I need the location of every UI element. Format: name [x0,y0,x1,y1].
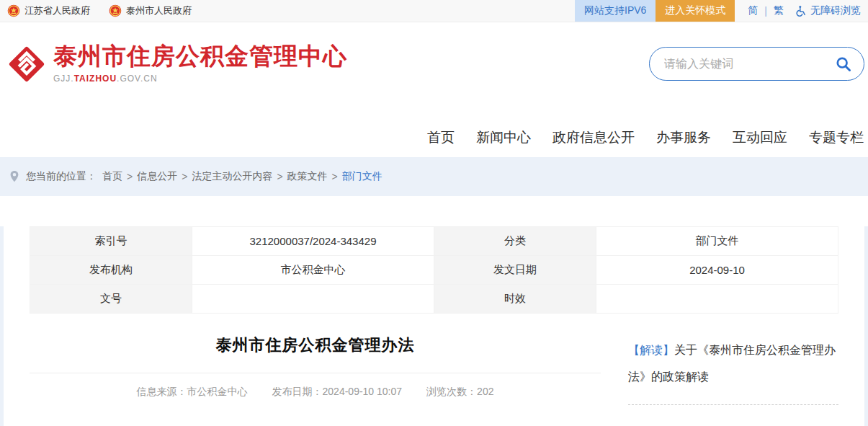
gov-links: 江苏省人民政府 泰州市人民政府 [7,0,192,22]
logo-diamond-icon [7,45,46,84]
breadcrumb-current-department-documents[interactable]: 部门文件 [342,170,382,183]
link-jiangsu-gov[interactable]: 江苏省人民政府 [7,4,90,17]
article-meta-line: 信息来源：市公积金中心 发布日期：2024-09-10 10:07 浏览次数：2… [30,386,601,399]
traditional-chinese-button[interactable]: 繁 [774,4,784,17]
language-switch: 简 | 繁 [748,4,784,17]
breadcrumb-item-home[interactable]: 首页 [102,170,122,183]
breadcrumb-item-statutory-content[interactable]: 法定主动公开内容 [192,170,272,183]
nav-item-special-topics[interactable]: 专题专栏 [809,128,864,147]
publish-date-info: 发布日期：2024-09-10 10:07 [272,386,403,399]
date-value: 2024-09-10 10:07 [323,386,403,397]
site-title: 泰州市住房公积金管理中心 [53,42,347,71]
accessibility-label: 无障碍浏览 [810,4,861,17]
table-row: 发布机构 市公积金中心 发文日期 2024-09-10 [30,256,838,285]
nav-item-news[interactable]: 新闻中心 [476,128,531,147]
nav-item-home[interactable]: 首页 [427,128,455,147]
simplified-chinese-button[interactable]: 简 [748,4,758,17]
domain-suffix: .GOV.CN [117,74,158,84]
national-emblem-icon [109,4,122,17]
source-label: 信息来源： [137,386,187,397]
article-section: 泰州市住房公积金管理办法 信息来源：市公积金中心 发布日期：2024-09-10… [30,314,838,405]
meta-label-validity: 时效 [434,285,596,314]
search-icon [836,56,851,72]
page-title: 泰州市住房公积金管理办法 [30,334,601,356]
views-label: 浏览次数： [426,386,477,397]
meta-value-index-number: 3212000037/2024-343429 [192,227,434,256]
table-row: 索引号 3212000037/2024-343429 分类 部门文件 [30,227,838,256]
site-header: 泰州市住房公积金管理中心 GJJ.TAIZHOU.GOV.CN 首页 新闻中心 … [0,22,868,157]
lang-separator: | [764,5,767,17]
domain-prefix: GJJ. [53,74,74,84]
ipv6-badge[interactable]: 网站支持IPV6 [575,0,656,22]
source-info: 信息来源：市公积金中心 [137,386,248,399]
meta-label-category: 分类 [434,227,596,256]
search-input[interactable] [664,58,835,71]
site-logo[interactable]: 泰州市住房公积金管理中心 GJJ.TAIZHOU.GOV.CN [7,42,347,84]
site-domain: GJJ.TAIZHOU.GOV.CN [53,74,347,84]
content-panel: 索引号 3212000037/2024-343429 分类 部门文件 发布机构 … [4,226,864,426]
meta-value-issue-date: 2024-09-10 [596,256,838,285]
breadcrumb-prefix: 您当前的位置： [26,170,97,183]
nav-item-interaction[interactable]: 互动回应 [733,128,787,147]
gov-link-label: 泰州市人民政府 [126,4,192,17]
meta-value-category: 部门文件 [596,227,838,256]
meta-value-issuing-agency: 市公积金中心 [192,256,434,285]
document-meta-table: 索引号 3212000037/2024-343429 分类 部门文件 发布机构 … [30,226,838,314]
breadcrumb-separator: > [332,171,338,182]
accessibility-button[interactable]: 无障碍浏览 [795,4,861,17]
meta-label-issuing-agency: 发布机构 [30,256,192,285]
interpretation-tag: 【解读】 [628,344,674,356]
views-info: 浏览次数：202 [426,386,493,399]
link-taizhou-gov[interactable]: 泰州市人民政府 [109,4,192,17]
breadcrumb-item-info-disclosure[interactable]: 信息公开 [137,170,177,183]
breadcrumb: 您当前的位置： 首页 > 信息公开 > 法定主动公开内容 > 政策文件 > 部门… [0,157,868,196]
top-utility-bar: 江苏省人民政府 泰州市人民政府 网站支持IPV6 进入关怀模式 简 | 繁 [0,0,868,22]
search-box [649,47,864,81]
title-divider [30,373,601,373]
national-emblem-icon [7,4,20,17]
table-row: 文号 时效 [30,285,838,314]
location-pin-icon [9,170,20,183]
breadcrumb-separator: > [127,171,133,182]
breadcrumb-separator: > [182,171,187,182]
main-content-area: 索引号 3212000037/2024-343429 分类 部门文件 发布机构 … [0,226,868,426]
wheelchair-icon [795,5,807,17]
related-interpretation-link[interactable]: 【解读】关于《泰州市住房公积金管理办法》的政策解读 [628,337,838,405]
related-sidebar: 【解读】关于《泰州市住房公积金管理办法》的政策解读 [628,314,838,405]
meta-label-document-number: 文号 [30,285,192,314]
date-label: 发布日期： [272,386,323,397]
article-main: 泰州市住房公积金管理办法 信息来源：市公积金中心 发布日期：2024-09-10… [30,314,601,399]
source-value: 市公积金中心 [187,386,248,397]
breadcrumb-item-policy-documents[interactable]: 政策文件 [287,170,328,183]
care-mode-button[interactable]: 进入关怀模式 [656,0,735,22]
views-value: 202 [477,386,493,397]
main-nav: 首页 新闻中心 政府信息公开 办事服务 互动回应 专题专栏 [427,128,868,147]
breadcrumb-separator: > [277,171,282,182]
meta-label-index-number: 索引号 [30,227,192,256]
gov-link-label: 江苏省人民政府 [24,4,90,17]
meta-label-issue-date: 发文日期 [434,256,596,285]
domain-highlight: TAIZHOU [74,74,117,84]
meta-value-document-number [192,285,434,314]
search-button[interactable] [835,56,852,73]
nav-item-info-disclosure[interactable]: 政府信息公开 [552,128,635,147]
meta-value-validity [596,285,838,314]
nav-item-services[interactable]: 办事服务 [656,128,711,147]
logo-text: 泰州市住房公积金管理中心 GJJ.TAIZHOU.GOV.CN [53,42,347,84]
topbar-tools: 网站支持IPV6 进入关怀模式 简 | 繁 无障碍浏览 [575,0,868,22]
